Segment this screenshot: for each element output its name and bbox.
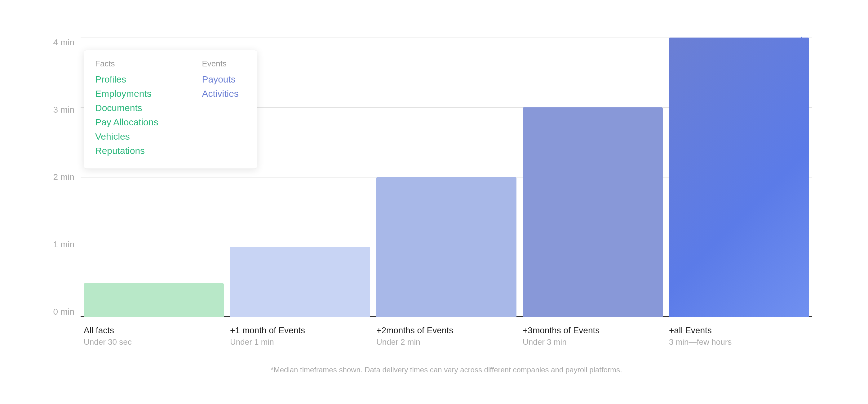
fact-item-3[interactable]: Pay Allocations <box>95 117 158 127</box>
x-label-3months: +3months of Events Under 3 min <box>520 325 666 347</box>
fact-item-5[interactable]: Reputations <box>95 146 158 156</box>
bar-2months <box>376 177 517 317</box>
bar-group-3months <box>520 37 666 317</box>
bar-group-2months <box>373 37 520 317</box>
bars-row: Facts Profiles Employments Documents Pay… <box>81 37 812 317</box>
x-label-1month: +1 month of Events Under 1 min <box>227 325 373 347</box>
x-sub-all-events: 3 min—few hours <box>669 337 809 347</box>
x-main-all-facts: All facts <box>84 325 224 336</box>
x-main-2months: +2months of Events <box>376 325 517 336</box>
facts-section-title: Facts <box>95 59 158 68</box>
bar-group-all-facts: Facts Profiles Employments Documents Pay… <box>81 37 227 317</box>
x-sub-2months: Under 2 min <box>376 337 517 347</box>
x-label-all-facts: All facts Under 30 sec <box>81 325 227 347</box>
x-sub-3months: Under 3 min <box>523 337 663 347</box>
y-label-3min: 3 min <box>40 105 74 115</box>
fact-item-0[interactable]: Profiles <box>95 74 158 85</box>
x-main-1month: +1 month of Events <box>230 325 370 336</box>
bar-3months <box>523 107 663 317</box>
y-axis: 4 min 3 min 2 min 1 min 0 min <box>40 37 74 317</box>
fact-item-4[interactable]: Vehicles <box>95 131 158 142</box>
y-label-1min: 1 min <box>40 239 74 250</box>
bar-all-facts <box>84 283 224 317</box>
y-label-0min: 0 min <box>40 307 74 317</box>
y-label-4min: 4 min <box>40 37 74 48</box>
event-item-0[interactable]: Payouts <box>202 74 238 85</box>
bar-group-all-events: + <box>666 37 812 317</box>
facts-popup: Facts Profiles Employments Documents Pay… <box>84 50 257 169</box>
event-item-1[interactable]: Activities <box>202 88 238 99</box>
x-label-all-events: +all Events 3 min—few hours <box>666 325 812 347</box>
bar-all-events <box>669 37 809 317</box>
fact-item-2[interactable]: Documents <box>95 103 158 113</box>
y-label-2min: 2 min <box>40 172 74 182</box>
x-main-3months: +3months of Events <box>523 325 663 336</box>
x-main-all-events: +all Events <box>669 325 809 336</box>
events-section-title: Events <box>202 59 238 68</box>
bar-1month <box>230 247 370 317</box>
x-labels-row: All facts Under 30 sec +1 month of Event… <box>81 325 812 347</box>
x-sub-all-facts: Under 30 sec <box>84 337 224 347</box>
fact-item-1[interactable]: Employments <box>95 88 158 99</box>
x-sub-1month: Under 1 min <box>230 337 370 347</box>
footer-note: *Median timeframes shown. Data delivery … <box>81 366 812 374</box>
x-label-2months: +2months of Events Under 2 min <box>373 325 520 347</box>
